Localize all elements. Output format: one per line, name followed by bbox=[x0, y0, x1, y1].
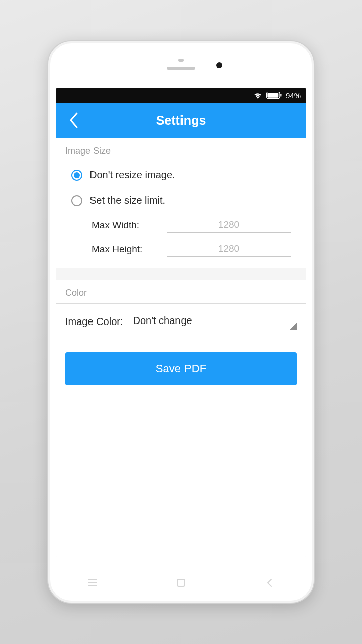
svg-rect-6 bbox=[177, 579, 185, 586]
battery-percent: 94% bbox=[286, 91, 301, 100]
radio-label: Set the size limit. bbox=[89, 195, 165, 206]
radio-icon bbox=[71, 170, 82, 181]
max-height-label: Max Height: bbox=[92, 244, 157, 255]
phone-earpiece-area bbox=[48, 41, 314, 88]
image-color-select[interactable]: Don't change bbox=[130, 313, 297, 330]
image-color-row: Image Color: Don't change bbox=[56, 304, 306, 339]
back-icon[interactable] bbox=[263, 577, 276, 589]
chevron-left-icon bbox=[68, 112, 79, 129]
screen: 94% Settings Image Size Don't resize ima… bbox=[56, 88, 306, 557]
section-header-image-size: Image Size bbox=[56, 138, 306, 162]
wifi-icon bbox=[253, 92, 262, 99]
earpiece-slit bbox=[167, 67, 195, 70]
home-icon[interactable] bbox=[175, 577, 187, 589]
app-bar: Settings bbox=[56, 103, 306, 138]
image-color-value: Don't change bbox=[133, 315, 192, 326]
max-width-input[interactable] bbox=[167, 217, 291, 233]
radio-icon bbox=[71, 195, 82, 206]
status-bar: 94% bbox=[56, 88, 306, 103]
sensor-dot bbox=[178, 59, 184, 62]
phone-frame: 94% Settings Image Size Don't resize ima… bbox=[47, 40, 315, 604]
battery-icon bbox=[266, 92, 282, 99]
image-color-label: Image Color: bbox=[65, 316, 123, 328]
max-height-input[interactable] bbox=[167, 241, 291, 257]
content-area: Image Size Don't resize image. Set the s… bbox=[56, 138, 306, 557]
radio-label: Don't resize image. bbox=[89, 169, 175, 181]
svg-rect-2 bbox=[280, 94, 281, 96]
recent-apps-icon[interactable] bbox=[86, 577, 99, 589]
svg-rect-1 bbox=[267, 93, 278, 98]
section-header-color: Color bbox=[56, 280, 306, 304]
max-height-row: Max Height: bbox=[56, 237, 306, 268]
page-title: Settings bbox=[56, 113, 306, 128]
radio-set-size-limit[interactable]: Set the size limit. bbox=[56, 188, 306, 213]
save-pdf-button[interactable]: Save PDF bbox=[65, 352, 297, 385]
radio-dont-resize[interactable]: Don't resize image. bbox=[56, 162, 306, 188]
front-camera-icon bbox=[216, 62, 222, 68]
max-width-label: Max Width: bbox=[92, 220, 157, 231]
back-button[interactable] bbox=[61, 103, 86, 138]
max-width-row: Max Width: bbox=[56, 213, 306, 237]
section-divider bbox=[56, 268, 306, 280]
system-nav-bar bbox=[48, 577, 314, 589]
